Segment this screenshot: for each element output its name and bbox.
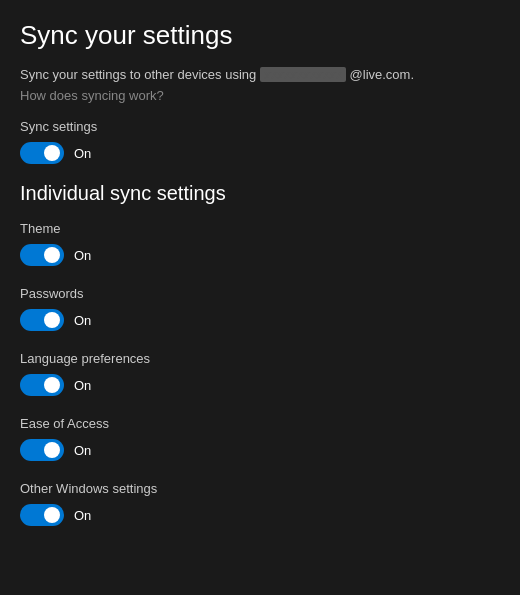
- setting-group-ease: Ease of AccessOn: [20, 416, 500, 461]
- individual-sync-title: Individual sync settings: [20, 182, 500, 205]
- sync-settings-state: On: [74, 146, 91, 161]
- setting-group-language: Language preferencesOn: [20, 351, 500, 396]
- toggle-state-language: On: [74, 378, 91, 393]
- subtitle-email-suffix: @live.com.: [350, 67, 415, 82]
- toggle-language[interactable]: [20, 374, 64, 396]
- toggle-ease[interactable]: [20, 439, 64, 461]
- sync-settings-toggle-row: On: [20, 142, 500, 164]
- sync-settings-label: Sync settings: [20, 119, 500, 134]
- toggle-state-ease: On: [74, 443, 91, 458]
- toggle-row-passwords: On: [20, 309, 500, 331]
- toggle-theme[interactable]: [20, 244, 64, 266]
- subtitle: Sync your settings to other devices usin…: [20, 67, 500, 82]
- setting-group-other: Other Windows settingsOn: [20, 481, 500, 526]
- toggle-other[interactable]: [20, 504, 64, 526]
- setting-name-passwords: Passwords: [20, 286, 500, 301]
- toggle-state-other: On: [74, 508, 91, 523]
- toggle-row-other: On: [20, 504, 500, 526]
- toggle-state-theme: On: [74, 248, 91, 263]
- toggle-row-theme: On: [20, 244, 500, 266]
- email-redacted: xxxxxxxxxxxx: [260, 67, 346, 82]
- subtitle-prefix: Sync your settings to other devices usin…: [20, 67, 256, 82]
- toggle-passwords[interactable]: [20, 309, 64, 331]
- toggle-row-ease: On: [20, 439, 500, 461]
- setting-name-language: Language preferences: [20, 351, 500, 366]
- toggle-state-passwords: On: [74, 313, 91, 328]
- sync-settings-toggle[interactable]: [20, 142, 64, 164]
- setting-name-theme: Theme: [20, 221, 500, 236]
- page-title: Sync your settings: [20, 20, 500, 51]
- toggle-row-language: On: [20, 374, 500, 396]
- setting-name-ease: Ease of Access: [20, 416, 500, 431]
- setting-group-passwords: PasswordsOn: [20, 286, 500, 331]
- how-does-syncing-link[interactable]: How does syncing work?: [20, 88, 500, 103]
- setting-name-other: Other Windows settings: [20, 481, 500, 496]
- setting-group-theme: ThemeOn: [20, 221, 500, 266]
